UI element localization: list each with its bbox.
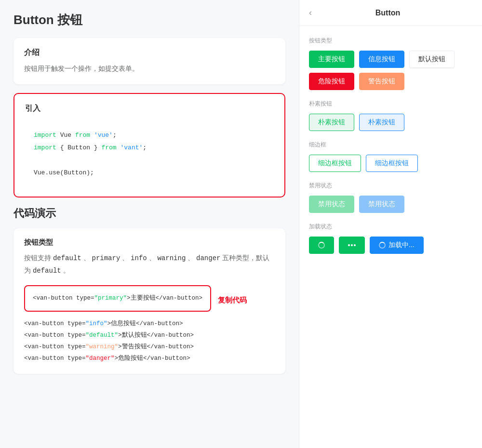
button-type-group: 主要按钮 信息按钮 默认按钮 危险按钮 警告按钮 (309, 51, 472, 90)
btn-primary[interactable]: 主要按钮 (309, 51, 354, 68)
btn-danger[interactable]: 危险按钮 (309, 73, 354, 90)
hairline-button-group: 细边框按钮 细边框按钮 (309, 155, 472, 172)
import-title: 引入 (25, 104, 274, 114)
button-type-desc: 按钮支持 default 、 primary 、 info 、 warning … (24, 252, 275, 277)
dots-icon (348, 244, 356, 246)
back-arrow-icon[interactable]: ‹ (309, 8, 312, 18)
disabled-button-group: 禁用状态 禁用状态 (309, 196, 472, 213)
section-label-loading: 加载状态 (309, 223, 472, 231)
btn-plain-primary[interactable]: 朴素按钮 (309, 114, 354, 131)
code-line-info: <van-button type="info">信息按钮</van-button… (24, 318, 275, 330)
import-code-block: import Vue from 'vue'; import { Button }… (25, 121, 274, 187)
code-line-default: <van-button type="default">默认按钮</van-but… (24, 330, 275, 342)
intro-desc: 按钮用于触发一个操作，如提交表单。 (24, 63, 275, 75)
button-type-title: 按钮类型 (24, 238, 275, 247)
btn-hairline-info[interactable]: 细边框按钮 (366, 155, 418, 172)
section-label-hairline: 细边框 (309, 141, 472, 149)
btn-disabled-info: 禁用状态 (359, 196, 404, 213)
page-title: Button 按钮 (13, 12, 285, 28)
import-card: 引入 import Vue from 'vue'; import { Butto… (13, 93, 285, 198)
code-example-row: <van-button type="primary">主要按钮</van-but… (24, 285, 275, 316)
btn-disabled-primary: 禁用状态 (309, 196, 354, 213)
right-panel-title: Button (318, 9, 458, 17)
right-panel: ‹ Button 按钮类型 主要按钮 信息按钮 默认按钮 危险按钮 警告按钮 朴… (299, 0, 482, 448)
code-line-warning: <van-button type="warning">警告按钮</van-but… (24, 342, 275, 353)
section-label-disabled: 禁用状态 (309, 182, 472, 190)
demo-section-title: 代码演示 (13, 206, 285, 221)
code-line-highlighted: <van-button type="primary">主要按钮</van-but… (33, 293, 202, 304)
btn-plain-info[interactable]: 朴素按钮 (359, 114, 404, 131)
loading-button-group: 加载中... (309, 237, 472, 254)
btn-loading-text[interactable]: 加载中... (370, 237, 424, 254)
section-label-plain: 朴素按钮 (309, 100, 472, 108)
code-line-danger: <van-button type="danger">危险按钮</van-butt… (24, 353, 275, 365)
copy-label[interactable]: 复制代码 (218, 296, 247, 305)
btn-default[interactable]: 默认按钮 (409, 51, 455, 68)
left-panel: Button 按钮 介绍 按钮用于触发一个操作，如提交表单。 引入 import… (0, 0, 299, 448)
button-type-demo-card: 按钮类型 按钮支持 default 、 primary 、 info 、 war… (13, 228, 285, 374)
spinner-text-icon (379, 242, 386, 249)
btn-loading-dots[interactable] (339, 237, 365, 254)
btn-hairline-primary[interactable]: 细边框按钮 (309, 155, 361, 172)
right-content: 按钮类型 主要按钮 信息按钮 默认按钮 危险按钮 警告按钮 朴素按钮 朴素按钮 … (299, 26, 482, 448)
section-label-button-type: 按钮类型 (309, 37, 472, 45)
plain-button-group: 朴素按钮 朴素按钮 (309, 114, 472, 131)
btn-warning[interactable]: 警告按钮 (359, 73, 404, 90)
spinner-icon (318, 242, 325, 249)
intro-title: 介绍 (24, 48, 275, 58)
btn-loading-spinner[interactable] (309, 237, 334, 254)
code-example-box: <van-button type="primary">主要按钮</van-but… (24, 285, 211, 312)
loading-text: 加载中... (388, 241, 415, 250)
intro-card: 介绍 按钮用于触发一个操作，如提交表单。 (13, 38, 285, 84)
btn-info[interactable]: 信息按钮 (359, 51, 404, 68)
right-header: ‹ Button (299, 0, 482, 26)
